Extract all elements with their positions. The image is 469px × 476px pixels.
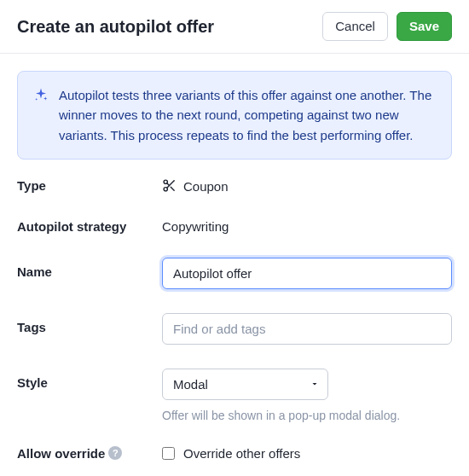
row-type: Type Coupon: [17, 178, 452, 195]
form-content: Autopilot tests three variants of this o…: [0, 54, 469, 476]
style-select-wrap: Modal: [162, 369, 328, 400]
scissors-icon: [162, 178, 177, 195]
type-text: Coupon: [183, 179, 229, 194]
label-style: Style: [17, 369, 162, 390]
row-strategy: Autopilot strategy Copywriting: [17, 219, 452, 234]
page-header: Create an autopilot offer Cancel Save: [0, 0, 469, 53]
label-override: Allow override ?: [17, 446, 162, 461]
tags-input[interactable]: [162, 313, 452, 345]
row-style: Style Modal Offer will be shown in a pop…: [17, 369, 452, 422]
svg-line-4: [167, 183, 170, 186]
name-input[interactable]: [162, 258, 452, 289]
page-title: Create an autopilot offer: [17, 17, 214, 37]
row-name: Name: [17, 258, 452, 289]
header-actions: Cancel Save: [322, 12, 452, 41]
label-override-text: Allow override: [17, 446, 105, 461]
type-value: Coupon: [162, 178, 452, 195]
svg-line-3: [171, 187, 174, 190]
style-helper-text: Offer will be shown in a pop-up modal di…: [162, 409, 452, 422]
autopilot-info-box: Autopilot tests three variants of this o…: [17, 71, 452, 160]
style-select[interactable]: Modal: [162, 369, 328, 400]
override-checkbox[interactable]: [162, 447, 175, 460]
label-tags: Tags: [17, 313, 162, 334]
autopilot-info-text: Autopilot tests three variants of this o…: [59, 85, 436, 145]
sparkle-icon: [33, 85, 49, 145]
label-strategy: Autopilot strategy: [17, 219, 162, 234]
label-name: Name: [17, 258, 162, 279]
override-checkbox-row: Override other offers: [162, 446, 452, 461]
cancel-button[interactable]: Cancel: [322, 12, 388, 41]
label-type: Type: [17, 178, 162, 193]
override-checkbox-label[interactable]: Override other offers: [183, 446, 300, 461]
strategy-text: Copywriting: [162, 219, 229, 234]
row-override: Allow override ? Override other offers: [17, 446, 452, 461]
strategy-value: Copywriting: [162, 219, 452, 234]
help-icon[interactable]: ?: [108, 446, 122, 460]
save-button[interactable]: Save: [397, 12, 452, 41]
row-tags: Tags: [17, 313, 452, 345]
